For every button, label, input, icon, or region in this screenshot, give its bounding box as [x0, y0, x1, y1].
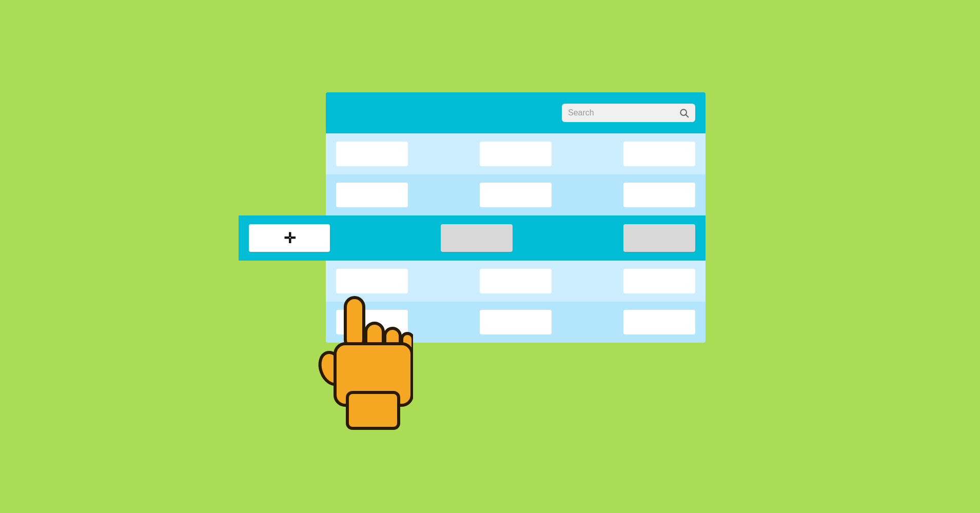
search-placeholder-text: Search	[568, 108, 675, 117]
cell-1-row-4	[336, 269, 408, 293]
search-box[interactable]: Search	[562, 104, 695, 122]
cell-3-row-2	[623, 183, 695, 207]
search-icon	[679, 108, 689, 118]
cell-2-row-2	[480, 183, 552, 207]
cell-3-row-1	[623, 142, 695, 166]
table-row[interactable]	[326, 133, 705, 174]
cell-2-row-1	[480, 142, 552, 166]
cell-3-row-5	[623, 310, 695, 334]
cell-3-highlighted	[623, 224, 695, 252]
scene: Search ✛	[259, 62, 721, 451]
svg-line-1	[686, 115, 689, 117]
cell-2-row-4	[480, 269, 552, 293]
cell-2-row-5	[480, 310, 552, 334]
cell-2-highlighted	[441, 224, 513, 252]
cell-1-row-1	[336, 142, 408, 166]
cell-3-row-4	[623, 269, 695, 293]
svg-rect-8	[347, 392, 399, 428]
hand-cursor-icon	[310, 292, 413, 436]
draggable-cell[interactable]: ✛	[249, 224, 330, 252]
move-cursor-icon: ✛	[284, 230, 296, 247]
table-row[interactable]	[326, 174, 705, 215]
table-header: Search	[326, 92, 705, 133]
svg-rect-2	[345, 298, 364, 349]
cell-1-row-2	[336, 183, 408, 207]
highlighted-table-row[interactable]: ✛	[239, 215, 705, 261]
